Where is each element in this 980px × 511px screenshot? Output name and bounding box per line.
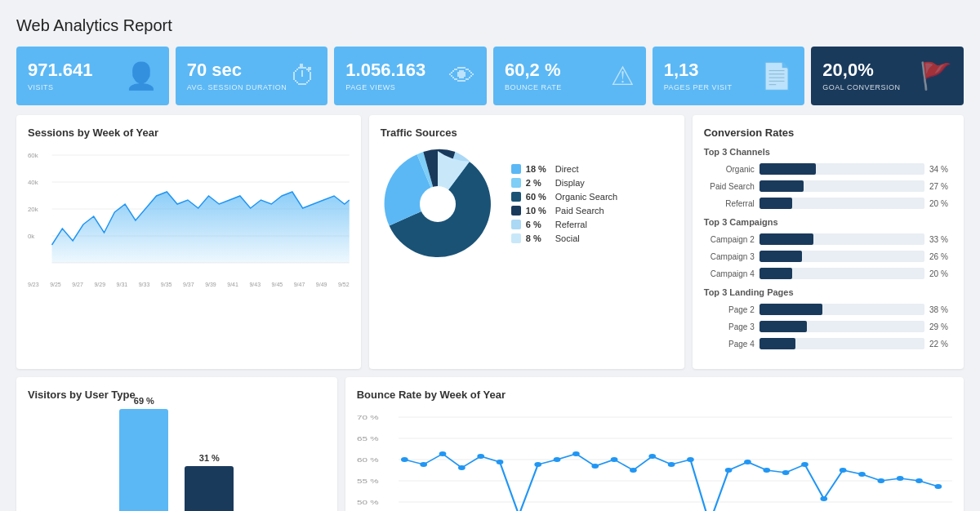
metric-left-3: 60,2 % BOUNCE RATE (505, 60, 562, 91)
bar-row-pages-1: Page 3 29 % (704, 321, 952, 332)
bar-label-campaigns-2: Campaign 4 (704, 269, 755, 278)
metric-card-5: 20,0% GOAL CONVERSION 🚩 (811, 47, 964, 105)
metric-value-2: 1.056.163 (345, 60, 425, 80)
bounce-chart: 70 % 65 % 60 % 55 % 50 % 45 % (357, 409, 952, 511)
svg-point-41 (763, 468, 770, 473)
metrics-row: 971.641 VISITS 👤 70 sec AVG. SESSION DUR… (16, 47, 964, 105)
sessions-chart: 60k 40k 20k 0k 9/239/259/279/299/31 9/33… (28, 147, 350, 289)
visitor-pct-0: 69 % (134, 396, 154, 406)
svg-point-42 (782, 470, 789, 475)
svg-point-29 (534, 462, 541, 467)
legend-pct-2: 60 % (526, 192, 550, 202)
legend-item-3: 10 % Paid Search (511, 206, 617, 216)
svg-text:50 %: 50 % (357, 499, 379, 506)
svg-text:40k: 40k (28, 179, 38, 186)
legend-dot-4 (511, 220, 521, 229)
svg-point-48 (896, 476, 903, 481)
page-title: Web Analytics Report (16, 16, 964, 35)
bar-label-campaigns-1: Campaign 3 (704, 252, 755, 261)
bar-pct-campaigns-0: 33 % (929, 235, 952, 244)
metric-card-1: 70 sec AVG. SESSION DURATION ⏱ (176, 47, 328, 105)
conversion-channels: Top 3 Channels Organic 34 % Paid Search … (704, 147, 952, 209)
sessions-panel: Sessions by Week of Year 60k 40k 20k 0k (16, 115, 361, 369)
legend-dot-2 (511, 192, 521, 202)
conversion-pages-subtitle: Top 3 Landing Pages (704, 287, 952, 297)
bar-track-channels-2 (760, 198, 924, 209)
svg-point-45 (839, 468, 846, 473)
traffic-panel: Traffic Sources (369, 115, 684, 369)
legend-label-2: Organic Search (555, 192, 617, 202)
metric-value-4: 1,13 (664, 60, 733, 80)
bounce-panel: Bounce Rate by Week of Year 70 % 65 % 60… (345, 377, 964, 511)
bar-track-channels-0 (760, 163, 924, 175)
svg-point-22 (401, 457, 408, 462)
svg-point-50 (934, 484, 942, 489)
legend-item-2: 60 % Organic Search (511, 192, 617, 202)
bar-row-campaigns-2: Campaign 4 20 % (704, 268, 952, 279)
metric-label-4: PAGES PER VISIT (664, 83, 733, 91)
bar-track-pages-1 (760, 321, 924, 332)
conversion-campaigns-subtitle: Top 3 Campaigns (704, 217, 952, 227)
metric-icon-1: ⏱ (290, 61, 316, 91)
legend-item-4: 6 % Referral (511, 220, 617, 229)
svg-text:65 %: 65 % (357, 435, 379, 442)
visitor-bar-1 (185, 466, 234, 511)
svg-point-46 (858, 472, 866, 477)
legend-label-3: Paid Search (555, 206, 604, 216)
legend-pct-0: 18 % (526, 164, 550, 174)
bar-label-channels-1: Paid Search (704, 182, 755, 191)
metric-icon-4: 📄 (760, 60, 793, 91)
svg-point-49 (915, 478, 923, 483)
visitor-bar-wrap-0: 69 % New (119, 396, 168, 511)
legend-label-1: Display (555, 178, 585, 188)
bar-fill-channels-0 (760, 163, 816, 175)
legend-pct-1: 2 % (526, 178, 550, 188)
bar-row-pages-0: Page 2 38 % (704, 304, 952, 315)
bar-row-pages-2: Page 4 22 % (704, 338, 952, 349)
svg-point-33 (610, 457, 617, 462)
bottom-charts-row: Visitors by User Type 69 % New 31 % Retu… (16, 377, 964, 511)
bar-label-channels-0: Organic (704, 165, 755, 174)
metric-label-0: VISITS (28, 83, 93, 91)
visitor-pct-1: 31 % (199, 453, 220, 463)
svg-text:20k: 20k (28, 206, 38, 213)
svg-point-43 (801, 462, 808, 467)
svg-point-32 (591, 464, 599, 469)
bar-label-pages-1: Page 3 (704, 322, 755, 331)
bar-pct-channels-0: 34 % (929, 165, 952, 174)
svg-text:0k: 0k (28, 233, 34, 240)
legend-pct-4: 6 % (526, 220, 550, 229)
legend-dot-0 (511, 164, 521, 174)
bar-track-campaigns-1 (760, 251, 924, 262)
bar-track-pages-2 (760, 338, 924, 349)
bar-pct-channels-1: 27 % (929, 182, 952, 191)
legend-dot-1 (511, 178, 521, 188)
svg-point-30 (553, 457, 560, 462)
metric-icon-2: 👁 (449, 61, 475, 91)
bar-track-campaigns-0 (760, 233, 924, 245)
svg-point-44 (820, 496, 827, 501)
bar-label-pages-2: Page 4 (704, 340, 755, 349)
svg-text:55 %: 55 % (357, 478, 379, 485)
svg-point-47 (877, 478, 884, 483)
metric-left-5: 20,0% GOAL CONVERSION (822, 60, 900, 91)
legend-pct-3: 10 % (526, 206, 550, 216)
conversion-channels-subtitle: Top 3 Channels (704, 147, 952, 157)
bounce-title: Bounce Rate by Week of Year (357, 389, 952, 401)
bar-row-campaigns-0: Campaign 2 33 % (704, 233, 952, 245)
bar-label-pages-0: Page 2 (704, 305, 755, 314)
svg-point-26 (477, 454, 484, 459)
bar-fill-pages-2 (760, 338, 795, 349)
bar-pct-pages-0: 38 % (929, 305, 952, 314)
svg-point-31 (572, 451, 580, 456)
metric-card-4: 1,13 PAGES PER VISIT 📄 (653, 47, 805, 105)
legend-dot-5 (511, 233, 521, 243)
sessions-title: Sessions by Week of Year (28, 127, 350, 139)
svg-point-36 (667, 462, 675, 467)
svg-text:70 %: 70 % (357, 414, 379, 421)
bar-row-channels-0: Organic 34 % (704, 163, 952, 175)
metric-card-2: 1.056.163 PAGE VIEWS 👁 (334, 47, 487, 105)
metric-label-2: PAGE VIEWS (345, 83, 425, 91)
legend-label-0: Direct (555, 164, 579, 174)
metric-value-1: 70 sec (187, 60, 287, 80)
